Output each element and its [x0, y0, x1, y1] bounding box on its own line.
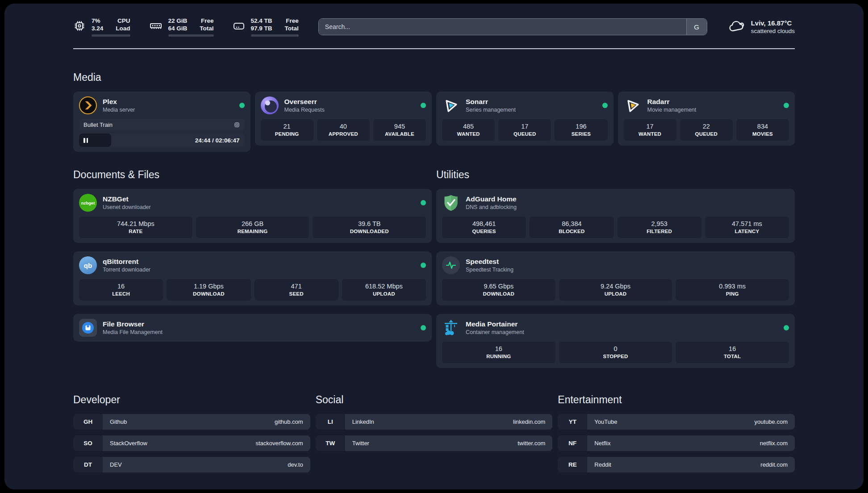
stat-running: 16RUNNING: [442, 342, 555, 363]
stat-blocked: 86,384BLOCKED: [530, 217, 613, 238]
bookmark-name: DEV: [110, 461, 122, 468]
status-dot: [784, 325, 789, 330]
bookmark-name: Github: [110, 418, 127, 425]
stat-remaining: 266 GBREMAINING: [196, 217, 309, 238]
plex-icon: [79, 96, 97, 114]
disk-total-value: 97.9 TB: [251, 25, 272, 32]
bookmark-name: Reddit: [594, 461, 611, 468]
sonarr-icon: [442, 96, 460, 114]
search-input[interactable]: [319, 19, 686, 35]
memory-progress-bar: [168, 34, 214, 37]
stat-queued: 17QUEUED: [498, 119, 551, 141]
nzbget-icon: nzbget: [79, 194, 97, 212]
cpu-widget: 7% CPU 3.24 Load: [73, 17, 130, 37]
stat-upload: 9.24 GbpsUPLOAD: [559, 279, 672, 301]
app-card-adguard[interactable]: AdGuard Home DNS and adblocking 498,461Q…: [436, 189, 795, 243]
cpu-progress-bar: [92, 34, 130, 37]
stat-wanted: 17WANTED: [624, 119, 676, 141]
bookmark-dev[interactable]: DT DEVdev.to: [73, 457, 310, 472]
app-subtitle: Container management: [466, 329, 524, 335]
dashboard-window: 7% CPU 3.24 Load 22 GiB Free 64 GiB Tota…: [4, 4, 864, 489]
disk-label-top: Free: [285, 17, 299, 25]
app-title: AdGuard Home: [466, 195, 517, 203]
stat-total: 16TOTAL: [676, 342, 789, 363]
session-settings-icon[interactable]: [234, 121, 240, 128]
stat-ping: 0.993 msPING: [676, 279, 789, 301]
app-title: Plex: [103, 98, 135, 106]
app-subtitle: Media File Management: [103, 329, 163, 335]
filebrowser-icon: [79, 319, 97, 337]
stat-stopped: 0STOPPED: [559, 342, 672, 363]
app-card-sonarr[interactable]: Sonarr Series management 485WANTED 17QUE…: [436, 92, 613, 146]
search-provider-button[interactable]: G: [686, 19, 707, 35]
status-dot: [784, 103, 789, 108]
bookmark-abbr: TW: [316, 435, 345, 451]
status-dot: [421, 103, 426, 108]
bookmark-twitter[interactable]: TW Twittertwitter.com: [316, 435, 553, 451]
stat-pending: 21PENDING: [261, 119, 313, 141]
app-card-nzbget[interactable]: nzbget NZBGet Usenet downloader 744.21 M…: [73, 189, 432, 243]
section-title-developer: Developer: [73, 394, 310, 406]
ram-icon: [149, 20, 163, 32]
weather-widget: Lviv, 16.87°C scattered clouds: [728, 19, 795, 34]
app-card-overseerr[interactable]: Overseerr Media Requests 21PENDING 40APP…: [255, 92, 432, 146]
bookmark-group-entertainment: Entertainment YT YouTubeyoutube.com NF N…: [558, 394, 795, 472]
stat-latency: 47.571 msLATENCY: [705, 217, 789, 238]
weather-condition: scattered clouds: [751, 28, 795, 34]
media-grid: Plex Media server Bullet Train: [73, 92, 795, 152]
bookmark-reddit[interactable]: RE Redditreddit.com: [558, 457, 795, 472]
status-dot: [239, 103, 245, 108]
pause-icon: [83, 138, 88, 143]
cpu-load-value: 3.24: [92, 25, 103, 32]
overseerr-icon: [261, 96, 279, 114]
app-card-speedtest[interactable]: Speedtest Speedtest Tracking 9.65 GbpsDO…: [436, 251, 795, 305]
bookmark-url: github.com: [275, 418, 303, 425]
cpu-icon: [73, 20, 86, 32]
portainer-icon: [442, 319, 460, 337]
cloud-icon: [728, 19, 746, 34]
bookmark-abbr: GH: [73, 414, 103, 430]
app-card-qbittorrent[interactable]: qb qBittorrent Torrent downloader 16LEEC…: [73, 251, 432, 305]
bookmark-abbr: DT: [73, 457, 103, 472]
cpu-percent: 7%: [92, 17, 103, 25]
disk-widget: 52.4 TB Free 97.9 TB Total: [233, 17, 299, 37]
bookmark-youtube[interactable]: YT YouTubeyoutube.com: [558, 414, 795, 430]
disk-free-value: 52.4 TB: [251, 17, 272, 25]
bookmark-netflix[interactable]: NF Netflixnetflix.com: [558, 435, 795, 451]
bookmark-github[interactable]: GH Githubgithub.com: [73, 414, 310, 430]
app-title: Sonarr: [466, 98, 516, 106]
playback-progress-bar[interactable]: 24:44 / 02:06:47: [79, 134, 245, 147]
app-card-plex[interactable]: Plex Media server Bullet Train: [73, 92, 250, 152]
now-playing-title: Bullet Train: [83, 121, 113, 128]
bookmark-url: dev.to: [288, 461, 303, 468]
stat-filtered: 2,953FILTERED: [618, 217, 701, 238]
bookmark-abbr: RE: [558, 457, 587, 472]
stat-download: 9.65 GbpsDOWNLOAD: [442, 279, 555, 301]
stat-movies: 834MOVIES: [736, 119, 789, 141]
stat-queued: 22QUEUED: [680, 119, 733, 141]
stat-available: 945AVAILABLE: [373, 119, 426, 141]
section-title-documents: Documents & Files: [73, 169, 432, 181]
bookmark-name: Netflix: [594, 440, 610, 447]
stat-rate: 744.21 MbpsRATE: [79, 217, 192, 238]
disk-icon: [233, 20, 245, 32]
playback-time: 24:44 / 02:06:47: [195, 137, 245, 144]
search-bar: G: [318, 18, 707, 35]
qbittorrent-icon: qb: [79, 256, 97, 274]
section-title-media: Media: [73, 71, 795, 84]
app-card-radarr[interactable]: Radarr Movie management 17WANTED 22QUEUE…: [618, 92, 795, 146]
disk-label-bottom: Total: [285, 25, 299, 32]
app-subtitle: Media Requests: [284, 107, 325, 113]
bookmark-linkedin[interactable]: LI LinkedInlinkedin.com: [316, 414, 553, 430]
bookmark-stackoverflow[interactable]: SO StackOverflowstackoverflow.com: [73, 435, 310, 451]
section-title-social: Social: [316, 394, 553, 406]
bookmark-name: LinkedIn: [352, 418, 374, 425]
top-bar: 7% CPU 3.24 Load 22 GiB Free 64 GiB Tota…: [73, 17, 795, 37]
app-subtitle: Usenet downloader: [103, 204, 151, 210]
app-card-portainer[interactable]: Media Portainer Container management 16R…: [436, 314, 795, 368]
bookmark-url: youtube.com: [755, 418, 788, 425]
app-title: Speedtest: [466, 258, 513, 266]
app-title: NZBGet: [103, 195, 151, 203]
app-card-filebrowser[interactable]: File Browser Media File Management: [73, 314, 432, 342]
bookmark-group-developer: Developer GH Githubgithub.com SO StackOv…: [73, 394, 310, 472]
